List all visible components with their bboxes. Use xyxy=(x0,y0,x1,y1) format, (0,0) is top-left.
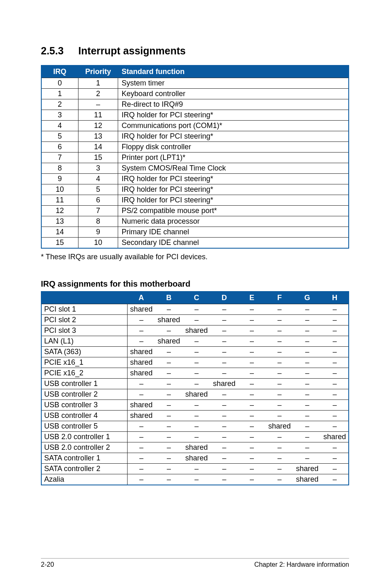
assign-cell: – xyxy=(294,453,321,464)
assign-cell: – xyxy=(294,315,321,325)
assign-cell: – xyxy=(155,389,183,400)
assign-cell: – xyxy=(211,357,238,368)
table-row: 2–Re-direct to IRQ#9 xyxy=(41,99,349,110)
assign-cell: – xyxy=(155,474,183,485)
table-row: PCIE x16_1shared––––––– xyxy=(41,357,349,368)
table-row: USB 2.0 controller 2––shared––––– xyxy=(41,442,349,453)
device-cell: PCIE x16_2 xyxy=(41,368,128,379)
assign-cell: – xyxy=(266,453,294,464)
priority-cell: 3 xyxy=(78,163,118,174)
assign-cell: – xyxy=(128,379,155,389)
assign-cell: – xyxy=(211,368,238,379)
assign-cell: – xyxy=(155,368,183,379)
assign-cell: – xyxy=(266,474,294,485)
assign-cell: – xyxy=(155,432,183,442)
assign-cell: shared xyxy=(128,304,155,315)
assign-cell: – xyxy=(321,453,349,464)
assign-cell: – xyxy=(266,389,294,400)
assign-cell: – xyxy=(294,442,321,453)
irq-cell: 9 xyxy=(41,174,78,184)
irq-cell: 14 xyxy=(41,227,78,238)
assign-cell: – xyxy=(321,442,349,453)
irq-table: IRQ Priority Standard function 01System … xyxy=(41,65,349,249)
assign-cell: – xyxy=(266,400,294,411)
assign-cell: – xyxy=(211,464,238,474)
function-cell: IRQ holder for PCI steering* xyxy=(118,184,349,195)
irq-cell: 10 xyxy=(41,184,78,195)
table-row: USB 2.0 controller 1–––––––shared xyxy=(41,432,349,442)
device-cell: PCI slot 1 xyxy=(41,304,128,315)
assign-cell: – xyxy=(155,442,183,453)
assign-cell: shared xyxy=(128,400,155,411)
table-row: 127PS/2 compatible mouse port* xyxy=(41,206,349,216)
function-cell: Secondary IDE channel xyxy=(118,238,349,249)
assign-cell: – xyxy=(294,379,321,389)
irq-header-fn: Standard function xyxy=(118,65,349,78)
device-cell: USB controller 5 xyxy=(41,421,128,432)
assign-header-g: G xyxy=(294,292,321,304)
device-cell: LAN (L1) xyxy=(41,336,128,347)
table-row: 412Communications port (COM1)* xyxy=(41,121,349,131)
assign-header-c: C xyxy=(183,292,211,304)
assign-cell: shared xyxy=(294,474,321,485)
assign-cell: – xyxy=(266,347,294,357)
assign-header-h: H xyxy=(321,292,349,304)
assign-cell: – xyxy=(321,357,349,368)
assign-cell: – xyxy=(211,400,238,411)
table-row: 311IRQ holder for PCI steering* xyxy=(41,110,349,121)
assign-cell: shared xyxy=(183,389,211,400)
irq-header-irq: IRQ xyxy=(41,65,78,78)
assign-cell: – xyxy=(238,400,266,411)
function-cell: IRQ holder for PCI steering* xyxy=(118,195,349,206)
priority-cell: 4 xyxy=(78,174,118,184)
assign-cell: – xyxy=(321,368,349,379)
assign-cell: – xyxy=(183,357,211,368)
table-row: PCI slot 1shared––––––– xyxy=(41,304,349,315)
irq-cell: 1 xyxy=(41,89,78,99)
assign-cell: – xyxy=(128,389,155,400)
assign-cell: – xyxy=(238,336,266,347)
table-row: 116IRQ holder for PCI steering* xyxy=(41,195,349,206)
table-row: USB controller 3shared––––––– xyxy=(41,400,349,411)
assign-cell: shared xyxy=(294,464,321,474)
assign-cell: – xyxy=(211,304,238,315)
section-title: 2.5.3Interrupt assignments xyxy=(41,45,349,57)
assign-cell: – xyxy=(294,400,321,411)
device-cell: USB controller 3 xyxy=(41,400,128,411)
assign-cell: – xyxy=(238,421,266,432)
assign-cell: – xyxy=(211,347,238,357)
irq-cell: 2 xyxy=(41,99,78,110)
footnote: * These IRQs are usually available for P… xyxy=(41,253,349,261)
section-number: 2.5.3 xyxy=(41,45,64,57)
assign-cell: – xyxy=(238,357,266,368)
function-cell: Communications port (COM1)* xyxy=(118,121,349,131)
table-row: 94IRQ holder for PCI steering* xyxy=(41,174,349,184)
page-footer: 2-20 Chapter 2: Hardware information xyxy=(41,558,349,568)
table-row: SATA controller 1––shared––––– xyxy=(41,453,349,464)
priority-cell: 6 xyxy=(78,195,118,206)
function-cell: Primary IDE channel xyxy=(118,227,349,238)
function-cell: Printer port (LPT1)* xyxy=(118,153,349,163)
assign-cell: – xyxy=(211,315,238,325)
device-cell: Azalia xyxy=(41,474,128,485)
assign-cell: – xyxy=(183,368,211,379)
table-row: PCIE x16_2shared––––––– xyxy=(41,368,349,379)
assign-cell: – xyxy=(266,304,294,315)
assign-cell: – xyxy=(266,357,294,368)
device-cell: USB controller 1 xyxy=(41,379,128,389)
priority-cell: – xyxy=(78,99,118,110)
table-row: 149Primary IDE channel xyxy=(41,227,349,238)
assign-cell: – xyxy=(321,336,349,347)
irq-cell: 11 xyxy=(41,195,78,206)
assign-cell: – xyxy=(294,389,321,400)
assign-cell: – xyxy=(321,347,349,357)
function-cell: PS/2 compatible mouse port* xyxy=(118,206,349,216)
table-row: 83System CMOS/Real Time Clock xyxy=(41,163,349,174)
function-cell: IRQ holder for PCI steering* xyxy=(118,110,349,121)
assign-cell: – xyxy=(183,421,211,432)
assign-cell: – xyxy=(128,315,155,325)
table-row: USB controller 1–––shared–––– xyxy=(41,379,349,389)
assign-cell: – xyxy=(211,325,238,336)
function-cell: Numeric data processor xyxy=(118,216,349,227)
assign-cell: – xyxy=(321,325,349,336)
